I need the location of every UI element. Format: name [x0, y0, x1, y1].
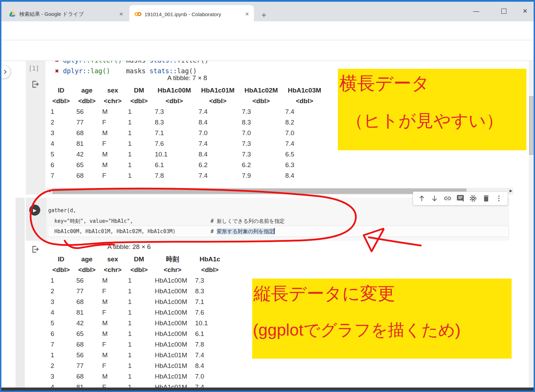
- table-cell: <dbl>: [152, 96, 196, 106]
- table-cell: 4: [48, 382, 74, 388]
- scroll-right-icon[interactable]: ▶: [510, 189, 512, 193]
- table-cell: 7.4: [196, 138, 239, 149]
- table-row: 665M16.16.26.26.3: [48, 160, 326, 170]
- table-cell: 6.1: [193, 328, 227, 339]
- table-cell: 5: [48, 149, 74, 160]
- table-cell: M: [100, 275, 126, 286]
- window-close-button[interactable]: ✕: [517, 6, 533, 16]
- move-cell-down-icon[interactable]: [430, 194, 439, 203]
- code-line[interactable]: gather(d,: [48, 205, 509, 216]
- table-cell: <dbl>: [239, 96, 283, 106]
- console-line: ✖ dplyr::filter() masks stats::filter(): [55, 61, 208, 66]
- cross-mark-icon: ✖: [55, 61, 59, 64]
- copy-link-icon[interactable]: [443, 194, 452, 203]
- code-comment: # 変形する対象の列を指定: [211, 226, 275, 237]
- table-cell: 68: [74, 296, 100, 307]
- table-cell: HbA1c: [193, 254, 227, 264]
- tab-bar: 検索結果 - Google ドライブ ✕ 191014_001.ipynb - …: [1, 2, 534, 21]
- table-cell: 1: [126, 328, 152, 339]
- tibble-title: A tibble: 28 × 6: [48, 243, 210, 251]
- settings-gear-icon[interactable]: [469, 194, 477, 203]
- table-cell: 8.3: [193, 286, 227, 296]
- window-minimize-button[interactable]: —: [469, 6, 484, 16]
- table-cell: 8.2: [283, 117, 326, 128]
- table-cell: DM: [126, 254, 152, 264]
- table-cell: F: [100, 117, 126, 128]
- table-cell: 65: [74, 160, 100, 170]
- scroll-left-icon[interactable]: ◀: [48, 189, 51, 193]
- table-row: 368M1HbA1c00M7.1: [48, 296, 227, 307]
- table-cell: HbA1c01M: [152, 382, 193, 388]
- table-cell: 7.0: [283, 128, 326, 138]
- tab-google-drive[interactable]: 検索結果 - Google ドライブ ✕: [4, 5, 128, 23]
- table-cell: M: [100, 296, 126, 307]
- table-cell: 2: [48, 286, 74, 296]
- table-row: <dbl><dbl><chr><dbl><dbl><dbl><dbl><dbl>: [48, 96, 326, 106]
- table-cell: HbA1c01M: [152, 350, 193, 360]
- table-cell: 7.4: [193, 382, 227, 388]
- table-cell: M: [100, 128, 126, 138]
- table-cell: 8.3: [239, 117, 283, 128]
- table-cell: 81: [74, 138, 100, 149]
- tab-close-icon[interactable]: ✕: [119, 11, 123, 17]
- table-cell: HbA1c00M: [152, 286, 193, 296]
- table-cell: 2: [48, 360, 74, 371]
- table-cell: 1: [126, 296, 152, 307]
- table-cell: 77: [74, 286, 100, 296]
- table-cell: F: [100, 360, 126, 371]
- table-cell: F: [100, 286, 126, 296]
- table-cell: 1: [126, 286, 152, 296]
- table-cell: 68: [74, 339, 100, 350]
- window-maximize-button[interactable]: [496, 6, 511, 16]
- run-cell-button[interactable]: ▶: [29, 205, 40, 216]
- table-cell: 10.1: [152, 149, 196, 160]
- table-cell: 77: [74, 117, 100, 128]
- move-cell-up-icon[interactable]: [418, 194, 426, 203]
- table-cell: 7.4: [196, 170, 239, 181]
- table-cell: 7.0: [239, 128, 283, 138]
- tab-close-icon[interactable]: ✕: [245, 11, 249, 17]
- new-tab-button[interactable]: +: [259, 10, 269, 20]
- table-cell: <dbl>: [74, 264, 100, 275]
- table-cell: 7.4: [193, 350, 227, 360]
- table-cell: 56: [74, 275, 100, 286]
- code-line[interactable]: key="時刻", value="HbA1c",# 新しくできる列の名前を指定: [48, 216, 509, 227]
- table-cell: F: [100, 170, 126, 181]
- table-cell: 68: [74, 128, 100, 138]
- table-cell: 6: [48, 328, 74, 339]
- delete-cell-icon[interactable]: [482, 194, 490, 203]
- code-line[interactable]: HbA1c00M, HbA1c01M, HbA1c02M, HbA1c03M)#…: [48, 226, 509, 237]
- table-cell: HbA1c01M: [152, 360, 193, 371]
- cell-toolbar: [413, 192, 508, 205]
- tibble-table-wide: IDagesexDMHbA1c00MHbA1c01MHbA1c02MHbA1c0…: [48, 85, 326, 181]
- table-row: 481F1HbA1c01M7.4: [48, 382, 227, 388]
- table-row: 481F17.67.47.37.4: [48, 138, 326, 149]
- table-cell: 68: [74, 371, 100, 382]
- output-icon: [31, 245, 40, 254]
- selected-text: 変形する対象の列を指定: [217, 228, 274, 235]
- table-cell: 3: [48, 296, 74, 307]
- table-cell: M: [100, 371, 126, 382]
- table-cell: 6: [48, 160, 74, 170]
- table-cell: 7.4: [283, 138, 326, 149]
- table-cell: 6.1: [152, 160, 196, 170]
- table-cell: M: [100, 149, 126, 160]
- more-options-icon[interactable]: [495, 194, 503, 203]
- table-cell: 6.2: [239, 160, 283, 170]
- comment-icon[interactable]: [456, 194, 464, 203]
- window-border: [0, 391, 535, 392]
- table-cell: HbA1c00M: [152, 328, 193, 339]
- table-cell: HbA1c00M: [152, 296, 193, 307]
- vertical-scrollbar-thumb[interactable]: [529, 96, 533, 155]
- horizontal-scrollbar-thumb[interactable]: [52, 188, 467, 194]
- table-cell: F: [100, 307, 126, 318]
- table-cell: 1: [126, 360, 152, 371]
- table-cell: 1: [126, 371, 152, 382]
- table-cell: 1: [126, 106, 152, 117]
- table-cell: M: [100, 350, 126, 360]
- table-cell: 時刻: [152, 254, 193, 264]
- table-row: 277F18.38.48.38.2: [48, 117, 326, 128]
- table-cell: M: [100, 318, 126, 328]
- tab-colab-active[interactable]: 191014_001.ipynb - Colaboratory ✕: [129, 5, 254, 23]
- table-cell: HbA1c00M: [152, 85, 196, 96]
